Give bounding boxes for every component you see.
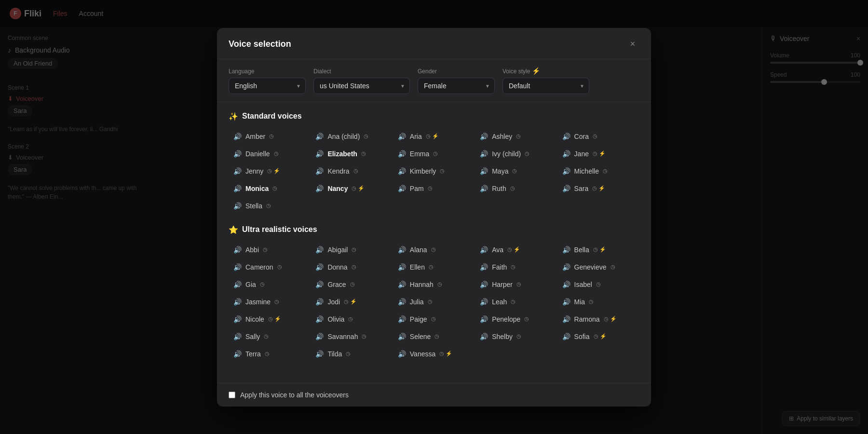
voice-item[interactable]: 🔊Donna◷: [311, 259, 393, 275]
voice-name: Jane: [574, 150, 589, 158]
voice-item[interactable]: 🔊Ashley◷: [475, 129, 557, 144]
voice-item[interactable]: 🔊Cora◷: [557, 129, 639, 144]
modal-close-button[interactable]: ×: [626, 38, 639, 51]
voice-item[interactable]: 🔊Ivy (child)◷: [475, 146, 557, 162]
info-badge-icon: ◷: [426, 133, 431, 139]
voice-item[interactable]: 🔊Tilda◷: [311, 346, 393, 362]
voice-badges: ◷: [511, 264, 515, 270]
voice-item[interactable]: 🔊Nicole◷⚡: [229, 312, 311, 327]
voice-item[interactable]: 🔊Abigail◷: [311, 242, 393, 258]
info-badge-icon: ◷: [439, 351, 444, 357]
info-badge-icon: ◷: [269, 133, 274, 139]
voice-item[interactable]: 🔊Leah◷: [475, 294, 557, 310]
voice-item[interactable]: 🔊Stella◷: [229, 198, 311, 214]
voice-item[interactable]: 🔊Paige◷: [393, 312, 475, 327]
voice-item[interactable]: 🔊Savannah◷: [311, 329, 393, 344]
apply-all-checkbox[interactable]: [229, 392, 235, 398]
language-select[interactable]: English: [229, 78, 306, 94]
voice-item[interactable]: 🔊Penelope◷: [475, 312, 557, 327]
voice-item[interactable]: 🔊Mia◷: [557, 294, 639, 310]
voice-item[interactable]: 🔊Jasmine◷: [229, 294, 311, 310]
voice-item[interactable]: 🔊Ana (child)◷: [311, 129, 393, 144]
voice-badges: ◷: [610, 264, 615, 270]
voice-item[interactable]: 🔊Grace◷: [311, 277, 393, 292]
voice-item[interactable]: 🔊Kimberly◷: [393, 163, 475, 179]
speaker-icon: 🔊: [233, 333, 242, 340]
info-badge-icon: ◷: [353, 168, 358, 174]
voice-item[interactable]: 🔊Selene◷: [393, 329, 475, 344]
voice-item[interactable]: 🔊Vanessa◷⚡: [393, 346, 475, 362]
voice-item[interactable]: 🔊Emma◷: [393, 146, 475, 162]
voice-item[interactable]: 🔊Terra◷: [229, 346, 311, 362]
dialect-select-wrapper: us United States: [313, 78, 410, 94]
voice-item[interactable]: 🔊Amber◷: [229, 129, 311, 144]
lightning-badge-icon: ⚡: [610, 316, 617, 322]
voice-style-select[interactable]: Default: [502, 78, 589, 94]
speaker-icon: 🔊: [315, 298, 324, 306]
voice-item[interactable]: 🔊Jenny◷⚡: [229, 163, 311, 179]
voice-item[interactable]: 🔊Ruth◷: [475, 181, 557, 196]
voice-item[interactable]: 🔊Pam◷: [393, 181, 475, 196]
voice-name: Abigail: [327, 246, 348, 254]
info-badge-icon: ◷: [511, 264, 515, 270]
voice-badges: ◷: [277, 264, 282, 270]
info-badge-icon: ◷: [260, 281, 265, 287]
speaker-icon: 🔊: [233, 350, 242, 358]
voice-item[interactable]: 🔊Nancy◷⚡: [311, 181, 393, 196]
voice-item[interactable]: 🔊Sofia◷⚡: [557, 329, 639, 344]
voice-name: Penelope: [492, 315, 520, 323]
voice-item[interactable]: 🔊Gia◷: [229, 277, 311, 292]
speaker-icon: 🔊: [480, 263, 488, 271]
voice-item[interactable]: 🔊Hannah◷: [393, 277, 475, 292]
voice-item[interactable]: 🔊Kendra◷: [311, 163, 393, 179]
voice-item[interactable]: 🔊Aria◷⚡: [393, 129, 475, 144]
speaker-icon: 🔊: [480, 246, 488, 254]
info-badge-icon: ◷: [437, 281, 442, 287]
voice-item[interactable]: 🔊Jodi◷⚡: [311, 294, 393, 310]
voice-item[interactable]: 🔊Monica◷: [229, 181, 311, 196]
voice-item[interactable]: 🔊Olivia◷: [311, 312, 393, 327]
speaker-icon: 🔊: [233, 150, 242, 158]
modal-header: Voice selection ×: [217, 28, 651, 59]
voice-item[interactable]: 🔊Isabel◷: [557, 277, 639, 292]
standard-heading-text: Standard voices: [242, 112, 302, 121]
voice-item[interactable]: 🔊Maya◷: [475, 163, 557, 179]
voice-item[interactable]: 🔊Ellen◷: [393, 259, 475, 275]
voice-item[interactable]: 🔊Elizabeth◷: [311, 146, 393, 162]
voice-item[interactable]: 🔊Ava◷⚡: [475, 242, 557, 258]
voice-badges: ◷: [361, 150, 366, 157]
voice-item[interactable]: 🔊Shelby◷: [475, 329, 557, 344]
voice-item[interactable]: 🔊Sally◷: [229, 329, 311, 344]
voice-item[interactable]: 🔊Jane◷⚡: [557, 146, 639, 162]
voice-item[interactable]: 🔊Genevieve◷: [557, 259, 639, 275]
info-badge-icon: ◷: [593, 150, 597, 157]
info-badge-icon: ◷: [516, 133, 521, 139]
speaker-icon: 🔊: [562, 246, 570, 254]
info-badge-icon: ◷: [431, 316, 436, 322]
info-badge-icon: ◷: [428, 185, 433, 191]
voice-badges: ◷: [516, 333, 521, 339]
gender-select[interactable]: Female: [418, 78, 495, 94]
voice-badges: ◷⚡: [352, 185, 365, 191]
filters-row: Language English Dialect us United State…: [217, 59, 651, 102]
info-badge-icon: ◷: [429, 264, 434, 270]
voice-item[interactable]: 🔊Julia◷: [393, 294, 475, 310]
info-badge-icon: ◷: [510, 185, 515, 191]
voice-badges: ◷: [593, 133, 597, 139]
info-badge-icon: ◷: [604, 316, 609, 322]
voice-item[interactable]: 🔊Ramona◷⚡: [557, 312, 639, 327]
voice-item[interactable]: 🔊Alana◷: [393, 242, 475, 258]
voice-item[interactable]: 🔊Faith◷: [475, 259, 557, 275]
voice-item[interactable]: 🔊Bella◷⚡: [557, 242, 639, 258]
info-badge-icon: ◷: [431, 246, 436, 253]
voice-item[interactable]: 🔊Danielle◷: [229, 146, 311, 162]
voice-item[interactable]: 🔊Abbi◷: [229, 242, 311, 258]
info-badge-icon: ◷: [516, 333, 521, 339]
voice-badges: ◷: [510, 185, 515, 191]
voice-badges: ◷: [269, 133, 274, 139]
voice-item[interactable]: 🔊Harper◷: [475, 277, 557, 292]
dialect-select[interactable]: us United States: [313, 78, 410, 94]
voice-item[interactable]: 🔊Sara◷⚡: [557, 181, 639, 196]
voice-item[interactable]: 🔊Michelle◷: [557, 163, 639, 179]
voice-item[interactable]: 🔊Cameron◷: [229, 259, 311, 275]
